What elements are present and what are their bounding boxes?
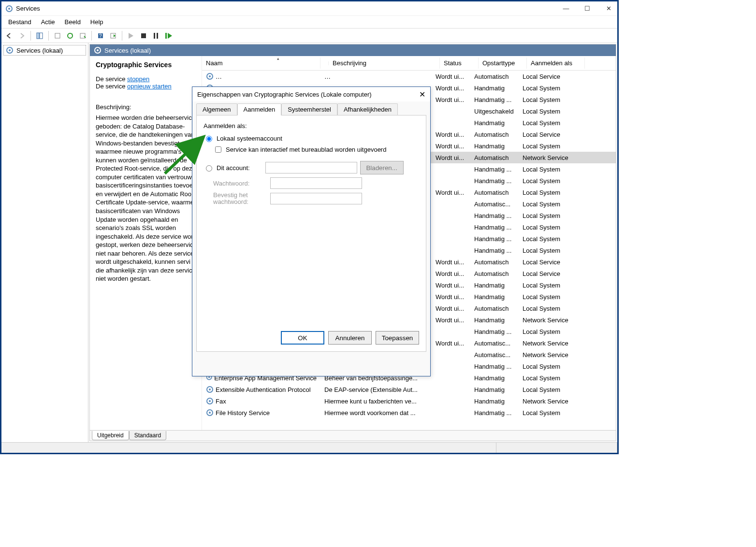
toolbar: ? — [1, 29, 617, 43]
table-header: Naam ▴ Beschrijving Status Opstarttype A… — [202, 56, 616, 71]
svg-point-15 — [9, 49, 11, 51]
checkbox-interactive-desktop[interactable] — [215, 146, 221, 153]
gear-icon — [206, 386, 214, 393]
radio-this-account[interactable] — [206, 165, 212, 172]
forward-button[interactable] — [16, 30, 28, 42]
svg-rect-2 — [37, 33, 39, 39]
action-pane-button[interactable] — [107, 30, 119, 42]
svg-point-71 — [208, 376, 210, 378]
password-label: Wachtwoord: — [213, 180, 266, 187]
col-logon[interactable]: Aanmelden als — [527, 58, 585, 69]
maximize-button[interactable]: ☐ — [582, 5, 592, 12]
view-tabs: Uitgebreid Standaard — [90, 430, 616, 441]
minimize-button[interactable]: — — [561, 5, 571, 12]
section-label: Aanmelden als: — [204, 122, 419, 130]
dialog-title: Eigenschappen van Cryptographic Services… — [197, 91, 372, 98]
menu-help[interactable]: Help — [87, 17, 107, 27]
gear-icon — [206, 409, 214, 417]
table-row[interactable]: FaxHiermee kunt u faxberichten ve...Hand… — [202, 395, 616, 407]
col-desc[interactable]: Beschrijving — [329, 58, 440, 69]
start-service-button[interactable] — [125, 30, 137, 42]
dialog-titlebar: Eigenschappen van Cryptographic Services… — [192, 87, 430, 101]
dialog-body: Aanmelden als: Lokaal systeemaccount Ser… — [196, 115, 426, 352]
menubar: Bestand Actie Beeld Help — [1, 16, 617, 29]
menu-beeld[interactable]: Beeld — [61, 17, 85, 27]
dialog-tabs: Algemeen Aanmelden Systeemherstel Afhank… — [196, 103, 426, 115]
statusbar — [1, 442, 617, 453]
sort-indicator-icon: ▴ — [277, 56, 279, 61]
tree-pane: Services (lokaal) — [1, 43, 88, 442]
tab-systeemherstel[interactable]: Systeemherstel — [281, 103, 337, 115]
svg-rect-12 — [157, 33, 158, 39]
window-title: Services — [16, 5, 40, 12]
close-icon[interactable]: ✕ — [419, 90, 425, 99]
confirm-password-input[interactable] — [270, 193, 362, 204]
help-button[interactable]: ? — [95, 30, 106, 42]
details-header: Services (lokaal) — [90, 44, 616, 56]
account-input[interactable] — [265, 162, 357, 173]
gear-icon — [206, 397, 214, 405]
cancel-button[interactable]: Annuleren — [328, 331, 372, 345]
back-button[interactable] — [3, 30, 15, 42]
link-restart-service[interactable]: opnieuw starten — [127, 83, 172, 90]
svg-point-75 — [209, 400, 211, 402]
table-row[interactable]: ……Wordt ui...AutomatischLocal Service — [202, 71, 616, 82]
radio-local-system-label: Lokaal systeemaccount — [217, 135, 282, 142]
svg-point-73 — [209, 389, 211, 390]
gear-icon — [6, 46, 14, 54]
gear-icon — [94, 46, 102, 54]
services-window: Services — ☐ ✕ Bestand Actie Beeld Help … — [0, 0, 619, 454]
radio-local-system[interactable] — [206, 136, 212, 142]
tree-node-services-local[interactable]: Services (lokaal) — [3, 45, 86, 56]
radio-this-account-label: Dit account: — [217, 164, 250, 172]
table-row[interactable]: Extensible Authentication ProtocolDe EAP… — [202, 384, 616, 395]
svg-point-19 — [209, 75, 211, 77]
svg-rect-13 — [165, 33, 167, 39]
tab-standard[interactable]: Standaard — [129, 431, 166, 440]
svg-point-1 — [8, 8, 10, 10]
svg-rect-4 — [55, 33, 60, 38]
desc-text: Hiermee worden drie beheerservic geboden… — [96, 114, 199, 283]
checkbox-interactive-label: Service kan interactief met bureaublad w… — [226, 146, 386, 153]
properties-dialog: Eigenschappen van Cryptographic Services… — [192, 86, 431, 376]
properties-button[interactable] — [77, 30, 88, 42]
tab-aanmelden[interactable]: Aanmelden — [237, 103, 282, 115]
tab-afhankelijkheden[interactable]: Afhankelijkheden — [337, 103, 398, 115]
ok-button[interactable]: OK — [281, 331, 324, 345]
gear-icon — [5, 5, 13, 13]
export-button[interactable] — [52, 30, 63, 42]
confirm-password-label: Bevestig het wachtwoord: — [213, 192, 266, 206]
desc-label: Beschrijving: — [96, 103, 199, 111]
menu-actie[interactable]: Actie — [37, 17, 59, 27]
close-button[interactable]: ✕ — [604, 5, 613, 12]
stop-service-button[interactable] — [138, 30, 149, 42]
col-status[interactable]: Status — [440, 58, 479, 69]
password-input[interactable] — [270, 177, 362, 189]
tree-node-label: Services (lokaal) — [16, 47, 63, 54]
svg-text:?: ? — [99, 33, 102, 39]
refresh-button[interactable] — [64, 30, 76, 42]
svg-point-77 — [209, 412, 211, 414]
tab-extended[interactable]: Uitgebreid — [92, 431, 129, 440]
col-name[interactable]: Naam — [202, 58, 320, 69]
titlebar: Services — ☐ ✕ — [1, 1, 617, 16]
link-stop-service[interactable]: stoppen — [127, 75, 149, 83]
col-start[interactable]: Opstarttype — [479, 58, 527, 69]
svg-point-17 — [97, 49, 99, 51]
apply-button[interactable]: Toepassen — [376, 331, 419, 345]
show-hide-tree-button[interactable] — [34, 30, 45, 42]
selected-service-name: Cryptographic Services — [96, 61, 199, 69]
svg-rect-11 — [154, 33, 155, 39]
description-pane: Cryptographic Services De service stoppe… — [90, 56, 202, 430]
menu-bestand[interactable]: Bestand — [4, 17, 35, 27]
gear-icon — [206, 72, 214, 80]
svg-rect-6 — [80, 33, 85, 38]
svg-rect-3 — [40, 33, 43, 39]
restart-service-button[interactable] — [163, 30, 174, 42]
svg-rect-10 — [141, 33, 146, 38]
tab-algemeen[interactable]: Algemeen — [196, 103, 237, 115]
browse-button[interactable]: Bladeren... — [360, 161, 404, 174]
pause-service-button[interactable] — [150, 30, 162, 42]
table-row[interactable]: File History ServiceHiermee wordt voorko… — [202, 407, 616, 418]
